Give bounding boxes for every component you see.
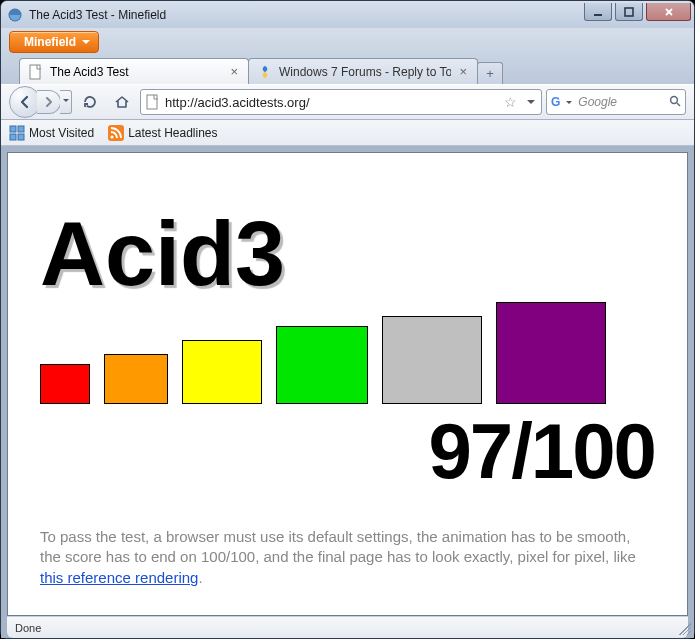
resize-grip[interactable] <box>679 623 691 635</box>
arrow-left-icon <box>18 95 32 109</box>
svg-rect-11 <box>108 125 124 141</box>
menubar: Minefield <box>1 28 694 56</box>
tab-close-icon[interactable]: × <box>228 64 240 79</box>
acid3-box-3 <box>182 340 262 404</box>
grid-icon <box>9 125 25 141</box>
tabstrip: The Acid3 Test × Windows 7 Forums - Repl… <box>1 56 694 84</box>
acid3-box-2 <box>104 354 168 404</box>
navigation-toolbar: ☆ G Google <box>1 84 694 120</box>
bookmark-star-icon[interactable]: ☆ <box>500 94 521 110</box>
minimize-button[interactable] <box>584 3 612 21</box>
svg-rect-7 <box>10 126 16 132</box>
acid3-description: To pass the test, a browser must use its… <box>40 527 655 588</box>
acid3-score: 97/100 <box>40 406 655 497</box>
tab-label: The Acid3 Test <box>50 65 222 79</box>
bookmark-label: Latest Headlines <box>128 126 217 140</box>
new-tab-button[interactable]: + <box>477 62 503 84</box>
back-forward-group <box>9 86 72 118</box>
acid3-boxes <box>40 302 655 404</box>
svg-rect-9 <box>10 134 16 140</box>
page-icon <box>145 94 161 110</box>
browser-window: The Acid3 Test - Minefield Minefield The… <box>0 0 695 639</box>
status-text: Done <box>15 622 41 634</box>
tab-close-icon[interactable]: × <box>457 64 469 79</box>
search-icon[interactable] <box>669 95 681 110</box>
desc-text-end: . <box>198 569 202 586</box>
content-area-wrapper: Acid3 97/100 To pass the test, a browser… <box>1 146 694 638</box>
svg-rect-4 <box>30 65 40 79</box>
google-icon: G <box>551 95 560 109</box>
svg-rect-5 <box>147 95 157 109</box>
home-button[interactable] <box>108 89 136 115</box>
url-input[interactable] <box>165 95 496 110</box>
acid3-box-4 <box>276 326 368 404</box>
maximize-button[interactable] <box>615 3 643 21</box>
svg-rect-10 <box>18 134 24 140</box>
app-menu-button[interactable]: Minefield <box>9 31 99 53</box>
acid3-box-6 <box>496 302 606 404</box>
window-controls <box>584 3 694 21</box>
status-bar: Done <box>7 616 688 638</box>
site-icon <box>257 64 273 80</box>
tab-label: Windows 7 Forums - Reply to Topic <box>279 65 451 79</box>
tab-acid3[interactable]: The Acid3 Test × <box>19 58 249 84</box>
svg-rect-2 <box>594 14 602 16</box>
history-dropdown-button[interactable] <box>60 90 72 114</box>
window-title: The Acid3 Test - Minefield <box>29 8 584 22</box>
svg-point-12 <box>111 135 114 138</box>
bookmark-latest-headlines[interactable]: Latest Headlines <box>108 125 217 141</box>
app-icon <box>7 7 23 23</box>
reload-icon <box>82 94 98 110</box>
url-bar[interactable]: ☆ <box>140 89 542 115</box>
tab-windows7forums[interactable]: Windows 7 Forums - Reply to Topic × <box>248 58 478 84</box>
svg-point-6 <box>671 96 678 103</box>
search-placeholder: Google <box>578 95 665 109</box>
desc-text: To pass the test, a browser must use its… <box>40 528 636 565</box>
reference-rendering-link[interactable]: this reference rendering <box>40 569 198 586</box>
forward-button[interactable] <box>37 90 61 114</box>
acid3-title: Acid3 <box>40 203 655 306</box>
search-bar[interactable]: G Google <box>546 89 686 115</box>
svg-rect-8 <box>18 126 24 132</box>
page-viewport[interactable]: Acid3 97/100 To pass the test, a browser… <box>7 152 688 616</box>
bookmarks-toolbar: Most Visited Latest Headlines <box>1 120 694 146</box>
home-icon <box>114 94 130 110</box>
url-dropdown-button[interactable] <box>525 96 537 108</box>
search-engine-dropdown[interactable] <box>564 98 574 107</box>
rss-icon <box>108 125 124 141</box>
acid3-box-5 <box>382 316 482 404</box>
window-titlebar[interactable]: The Acid3 Test - Minefield <box>1 1 694 28</box>
svg-rect-3 <box>625 8 633 16</box>
bookmark-most-visited[interactable]: Most Visited <box>9 125 94 141</box>
bookmark-label: Most Visited <box>29 126 94 140</box>
page-icon <box>28 64 44 80</box>
reload-button[interactable] <box>76 89 104 115</box>
close-button[interactable] <box>646 3 691 21</box>
acid3-box-1 <box>40 364 90 404</box>
arrow-right-icon <box>44 97 54 107</box>
